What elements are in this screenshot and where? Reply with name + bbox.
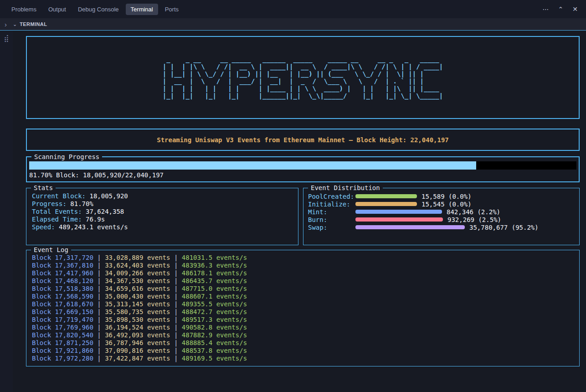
panel-tab-bar: Problems Output Debug Console Terminal P… <box>0 0 586 18</box>
log-events: 35,898,530 events <box>105 316 170 323</box>
tab-problems[interactable]: Problems <box>6 4 41 15</box>
log-separator: | <box>174 308 178 315</box>
log-separator: | <box>97 324 101 331</box>
progress-bar <box>29 161 576 170</box>
stat-value: 76.9s <box>86 216 105 223</box>
log-separator: | <box>97 347 101 354</box>
log-block: Block 17,317,720 <box>32 254 93 261</box>
spinner-icon[interactable]: ⣾ <box>4 34 9 42</box>
log-separator: | <box>97 300 101 308</box>
distribution-row: Initialize: 15,545 (0.0%) <box>308 200 575 208</box>
distribution-label: Initialize: <box>308 201 355 208</box>
side-rail: ⣾ <box>0 31 13 392</box>
stat-value: 81.70% <box>70 200 93 207</box>
log-separator: | <box>97 339 101 346</box>
log-block: Block 17,669,150 <box>32 308 93 315</box>
log-events: 37,090,816 events <box>105 347 170 354</box>
stat-row: Speed: 489,243.1 events/s <box>32 223 293 231</box>
log-row: Block 17,317,720 | 33,028,889 events | 4… <box>32 254 574 262</box>
log-row: Block 17,921,860 | 37,090,816 events | 4… <box>32 347 574 355</box>
terminal-header-label: TERMINAL <box>20 21 47 27</box>
tab-output[interactable]: Output <box>43 4 71 15</box>
distribution-bar <box>355 225 465 229</box>
log-row: Block 17,972,280 | 37,422,847 events | 4… <box>32 355 574 362</box>
log-events: 35,313,145 events <box>105 300 170 308</box>
log-separator: | <box>174 269 178 277</box>
log-block: Block 17,871,250 <box>32 339 93 346</box>
distribution-label: Swap: <box>308 224 355 231</box>
log-speed: 486435.7 events/s <box>182 277 247 284</box>
distribution-label: Burn: <box>308 216 355 223</box>
panel-content: ⣾ _ _ __ __ _____ ______ _____ _____ __ … <box>0 31 586 392</box>
expand-sidebar-icon[interactable]: › <box>5 21 7 28</box>
log-separator: | <box>174 254 178 261</box>
log-separator: | <box>97 308 101 315</box>
log-block: Block 17,921,860 <box>32 347 93 354</box>
distribution-row: Swap: 35,780,677 (95.2%) <box>308 223 575 231</box>
tab-ports[interactable]: Ports <box>160 4 184 15</box>
stat-row: Elapsed Time: 76.9s <box>32 216 293 223</box>
log-block: Block 17,719,470 <box>32 316 93 323</box>
panel-actions: ⋯ ⌃ ✕ <box>543 6 578 12</box>
distribution-value: 15,589 (0.0%) <box>422 193 472 200</box>
log-row: Block 17,468,120 | 34,367,530 events | 4… <box>32 277 574 285</box>
log-speed: 489517.3 events/s <box>182 316 247 323</box>
distribution-label: PoolCreated: <box>308 193 355 200</box>
progress-label: 81.70% Block: 18,005,920/22,040,197 <box>29 171 576 179</box>
log-row: Block 17,769,960 | 36,194,524 events | 4… <box>32 324 574 331</box>
tab-debug-console[interactable]: Debug Console <box>73 4 124 15</box>
distribution-bar <box>355 194 417 198</box>
stats-box: Stats Current Block: 18,005,920 Progress… <box>26 188 298 245</box>
event-log-title: Event Log <box>31 246 71 254</box>
log-events: 36,492,093 events <box>105 331 170 339</box>
log-speed: 481031.5 events/s <box>182 254 247 261</box>
log-row: Block 17,871,250 | 36,787,946 events | 4… <box>32 339 574 347</box>
log-block: Block 17,618,670 <box>32 300 93 308</box>
distribution-value: 35,780,677 (95.2%) <box>469 224 539 231</box>
distribution-row: PoolCreated: 15,589 (0.0%) <box>308 192 575 200</box>
chevron-down-icon[interactable]: ⌄ <box>13 22 17 27</box>
log-events: 36,787,946 events <box>105 339 170 346</box>
log-events: 34,659,616 events <box>105 285 170 292</box>
banner-box: _ _ __ __ _____ ______ _____ _____ __ __… <box>26 36 580 119</box>
log-row: Block 17,669,150 | 35,580,735 events | 4… <box>32 308 574 316</box>
status-banner-box: Streaming Uniswap V3 Events from Ethereu… <box>26 129 580 151</box>
log-events: 33,624,403 events <box>105 262 170 269</box>
close-panel-icon[interactable]: ✕ <box>572 6 578 12</box>
log-separator: | <box>97 269 101 277</box>
log-events: 35,580,735 events <box>105 308 170 315</box>
log-separator: | <box>174 293 178 300</box>
log-separator: | <box>174 262 178 269</box>
progress-box-title: Scanning Progress <box>31 153 102 161</box>
stat-label: Progress: <box>32 200 67 207</box>
log-separator: | <box>174 277 178 284</box>
log-row: Block 17,367,810 | 33,624,403 events | 4… <box>32 262 574 269</box>
event-distribution-title: Event Distribution <box>308 184 383 192</box>
log-speed: 489169.5 events/s <box>182 355 247 362</box>
log-separator: | <box>174 316 178 323</box>
distribution-bar <box>355 210 442 214</box>
log-row: Block 17,518,380 | 34,659,616 events | 4… <box>32 285 574 293</box>
log-speed: 487882.9 events/s <box>182 331 247 339</box>
maximize-panel-icon[interactable]: ⌃ <box>558 6 564 12</box>
log-speed: 488885.4 events/s <box>182 339 247 346</box>
log-row: Block 17,618,670 | 35,313,145 events | 4… <box>32 300 574 308</box>
log-speed: 486178.1 events/s <box>182 269 247 277</box>
distribution-row: Burn: 932,269 (2.5%) <box>308 216 575 223</box>
log-events: 37,422,847 events <box>105 355 170 362</box>
event-distribution-box: Event Distribution PoolCreated: 15,589 (… <box>303 188 580 245</box>
terminal-output[interactable]: _ _ __ __ _____ ______ _____ _____ __ __… <box>13 31 586 392</box>
log-speed: 483936.3 events/s <box>182 262 247 269</box>
log-separator: | <box>174 300 178 308</box>
log-row: Block 17,820,540 | 36,492,093 events | 4… <box>32 331 574 339</box>
distribution-value: 842,346 (2.2%) <box>447 208 500 216</box>
tab-terminal[interactable]: Terminal <box>126 4 158 15</box>
stats-box-title: Stats <box>31 184 56 192</box>
log-row: Block 17,719,470 | 35,898,530 events | 4… <box>32 316 574 324</box>
stat-label: Total Events: <box>32 208 82 215</box>
stat-row: Progress: 81.70% <box>32 200 293 208</box>
more-actions-icon[interactable]: ⋯ <box>543 6 549 12</box>
log-separator: | <box>174 285 178 292</box>
log-events: 34,009,266 events <box>105 269 170 277</box>
distribution-value: 932,269 (2.5%) <box>447 216 501 223</box>
